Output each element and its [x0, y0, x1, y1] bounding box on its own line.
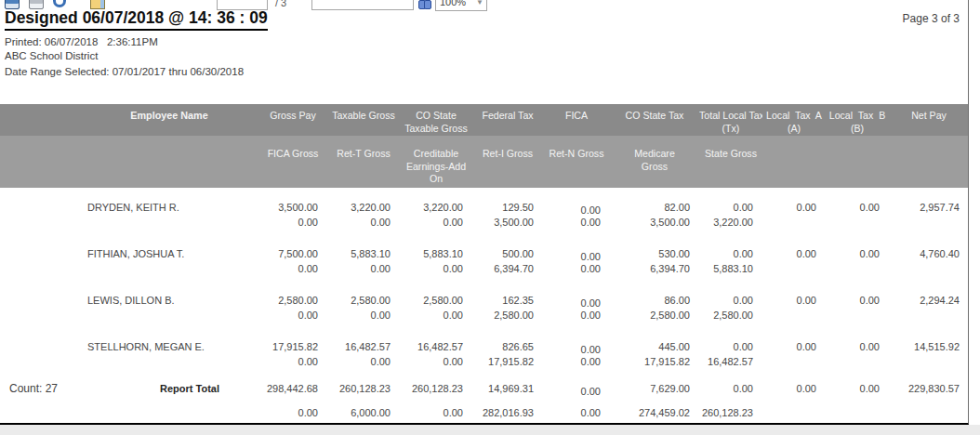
cell-federal-tax: 162.352,580.00: [472, 281, 543, 327]
cell-count: [0, 281, 80, 327]
header-cell-employee-name: [80, 136, 258, 188]
cell-count: [0, 234, 80, 281]
zoom-value: 100%: [440, 0, 466, 7]
header-cell-co-state-tax: MedicareGross: [610, 136, 699, 188]
chevron-down-icon: ▼: [476, 0, 483, 7]
table-row: FITHIAN, JOSHUA T.7,500.000.005,883.100.…: [0, 234, 969, 281]
cell-gross-pay: 17,915.820.00: [258, 327, 327, 374]
cell-taxable-gross: 3,220.000.00: [327, 188, 400, 234]
cell-federal-tax: 14,969.31282,016.93: [472, 374, 543, 420]
cell-local-tax-a: 0.00: [762, 234, 826, 281]
header-cell-federal-tax: Ret-I Gross: [472, 136, 543, 188]
cell-net-pay: 4,760.40: [889, 234, 969, 281]
district-line: ABC School District: [5, 50, 98, 61]
cell-federal-tax: 500.006,394.70: [472, 234, 543, 281]
header-cell-taxable-gross: Taxable Gross: [327, 104, 400, 136]
cell-co-state-tax: 82.003,500.00: [610, 188, 699, 234]
cell-fica: 0.000.00: [543, 234, 610, 281]
cell-employee-name: FITHIAN, JOSHUA T.: [80, 234, 258, 281]
cell-taxable-gross: 16,482.570.00: [327, 327, 400, 374]
page-bottom-margin: [0, 425, 980, 435]
cell-co-state-taxable-gross: 5,883.100.00: [400, 234, 472, 281]
cell-total-local-tax: 0.002,580.00: [699, 281, 762, 327]
header-cell-count: [0, 136, 80, 188]
cell-gross-pay: 7,500.000.00: [258, 234, 327, 281]
cell-local-tax-a: 0.00: [762, 374, 826, 420]
header-cell-employee-name: Employee Name: [80, 104, 258, 136]
page-indicator: Page 3 of 3: [903, 12, 960, 25]
cell-net-pay: 2,294.24: [889, 281, 969, 327]
zoom-dropdown[interactable]: 100%▼: [435, 0, 487, 11]
header-cell-co-state-tax: CO State Tax: [610, 104, 699, 136]
cell-local-tax-b: 0.00: [826, 234, 889, 281]
header-row: Employee NameGross PayTaxable GrossCO St…: [0, 104, 969, 136]
header-cell-fica: FICA: [543, 104, 610, 136]
cell-total-local-tax: 0.00260,128.23: [699, 374, 762, 420]
header-cell-co-state-taxable-gross: CO StateTaxable Gross: [400, 104, 472, 136]
cell-net-pay: 2,957.74: [889, 188, 969, 234]
cell-taxable-gross: 5,883.100.00: [327, 234, 400, 281]
cell-count: [0, 188, 80, 234]
cell-employee-name: DRYDEN, KEITH R.: [80, 188, 258, 234]
report-title: Designed 06/07/2018 @ 14: 36 : 09: [5, 8, 268, 31]
report-viewer: / 3 100%▼ Designed 06/07/2018 @ 14: 36 :…: [0, 0, 980, 435]
cell-count: Count: 27: [0, 374, 80, 420]
page-count-label: / 3: [275, 0, 286, 8]
header-cell-local-tax-a: Local Tax A(A): [762, 104, 826, 136]
header-cell-federal-tax: Federal Tax: [472, 104, 543, 136]
search-input[interactable]: [311, 0, 414, 10]
header-cell-local-tax-a: [762, 136, 826, 188]
cell-net-pay: 14,515.92: [889, 327, 969, 374]
cell-co-state-taxable-gross: 2,580.000.00: [400, 281, 472, 327]
table-row: DRYDEN, KEITH R.3,500.000.003,220.000.00…: [0, 188, 969, 234]
cell-gross-pay: 298,442.680.00: [258, 374, 327, 420]
cell-employee-name: LEWIS, DILLON B.: [80, 281, 258, 327]
cell-fica: 0.000.00: [543, 281, 610, 327]
header-cell-net-pay: Net Pay: [889, 104, 969, 136]
header-cell-gross-pay: Gross Pay: [258, 104, 327, 136]
total-row: Count: 27Report Total298,442.680.00260,1…: [0, 374, 969, 420]
cell-taxable-gross: 260,128.236,000.00: [327, 374, 400, 420]
header-cell-gross-pay: FICA Gross: [258, 136, 327, 188]
cell-co-state-taxable-gross: 260,128.230.00: [400, 374, 472, 420]
cell-count: [0, 327, 80, 374]
table-row: STELLHORN, MEGAN E.17,915.820.0016,482.5…: [0, 327, 969, 374]
cell-gross-pay: 2,580.000.00: [258, 281, 327, 327]
cell-co-state-tax: 445.0017,915.82: [610, 327, 699, 374]
header-cell-total-local-tax: Total Local Tax(Tx): [699, 104, 762, 136]
cell-co-state-tax: 86.002,580.00: [610, 281, 699, 327]
cell-local-tax-a: 0.00: [762, 281, 826, 327]
cell-fica: 0.000.00: [543, 374, 610, 420]
cell-local-tax-b: 0.00: [826, 374, 889, 420]
header-cell-net-pay: [889, 136, 969, 188]
date-range-line: Date Range Selected: 07/01/2017 thru 06/…: [5, 66, 244, 77]
refresh-icon[interactable]: [53, 0, 66, 7]
cell-local-tax-b: 0.00: [826, 281, 889, 327]
printed-line: Printed: 06/07/2018 2:36:11PM: [5, 36, 158, 47]
cell-federal-tax: 129.503,500.00: [472, 188, 543, 234]
cell-local-tax-a: 0.00: [762, 188, 826, 234]
cell-fica: 0.000.00: [543, 188, 610, 234]
cell-local-tax-b: 0.00: [826, 188, 889, 234]
header-cell-total-local-tax: State Gross: [699, 136, 762, 188]
cell-local-tax-b: 0.00: [826, 327, 889, 374]
report-page: / 3 100%▼ Designed 06/07/2018 @ 14: 36 :…: [0, 0, 969, 425]
cell-taxable-gross: 2,580.000.00: [327, 281, 400, 327]
cell-local-tax-a: 0.00: [762, 327, 826, 374]
find-binoculars-icon[interactable]: [418, 0, 431, 8]
cell-total-local-tax: 0.003,220.00: [699, 188, 762, 234]
cell-employee-name: STELLHORN, MEGAN E.: [80, 327, 258, 374]
header-cell-taxable-gross: Ret-T Gross: [327, 136, 400, 188]
header-cell-count: [0, 104, 80, 136]
cell-co-state-taxable-gross: 3,220.000.00: [400, 188, 472, 234]
cell-co-state-tax: 530.006,394.70: [610, 234, 699, 281]
cell-fica: 0.000.00: [543, 327, 610, 374]
cell-federal-tax: 826.6517,915.82: [472, 327, 543, 374]
header-cell-local-tax-b: [826, 136, 889, 188]
cell-co-state-taxable-gross: 16,482.570.00: [400, 327, 472, 374]
cell-co-state-tax: 7,629.00274,459.02: [610, 374, 699, 420]
cell-total-local-tax: 0.005,883.10: [699, 234, 762, 281]
table-row: LEWIS, DILLON B.2,580.000.002,580.000.00…: [0, 281, 969, 327]
header-cell-local-tax-b: Local Tax B(B): [826, 104, 889, 136]
cell-total-local-tax: 0.0016,482.57: [699, 327, 762, 374]
